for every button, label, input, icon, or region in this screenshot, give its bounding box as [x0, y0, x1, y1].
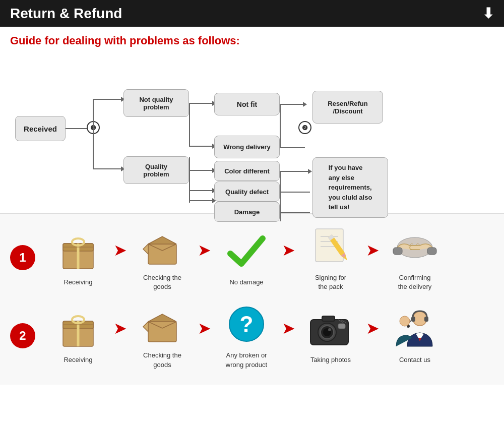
checking-icon-2: [137, 301, 187, 347]
v-line-down: [93, 129, 94, 169]
step-1-badge: 1: [10, 245, 35, 270]
svg-rect-39: [322, 316, 335, 321]
color-different-box: Color different: [214, 161, 280, 181]
down-arrow-icon: ⬇: [482, 5, 494, 22]
step-1-2: Checking the goods: [130, 224, 195, 291]
resen-refund-box: Resen/Refun /Discount: [312, 91, 383, 124]
svg-rect-43: [411, 317, 415, 322]
step-2-3: ? Any broken or wrong product: [214, 301, 279, 369]
no-damage-icon: [221, 228, 272, 274]
wrong-delivery-box: Wrong delivery: [214, 136, 280, 158]
flowchart: Received ❸ Not quality problem Quality p…: [10, 56, 494, 203]
confirming-icon: [390, 224, 440, 269]
step-1-4-label: Signing for the pack: [315, 273, 346, 291]
v-nq-wd: [189, 103, 190, 146]
arrow-1-4: ➤: [366, 240, 380, 260]
step-1-3-label: No damage: [229, 278, 263, 287]
svg-marker-6: [148, 236, 176, 244]
signing-icon: [305, 224, 356, 269]
step-1-5-label: Confirming the delivery: [398, 273, 431, 291]
step-2-1-label: Receiving: [64, 355, 92, 365]
svg-point-37: [328, 328, 331, 331]
step-2-2: Checking the goods: [130, 301, 195, 369]
svg-rect-5: [148, 244, 176, 264]
process-section: 1 Receiving ➤: [0, 213, 504, 385]
checking-icon-1: [137, 224, 187, 269]
process-row-2: 2 Receiving ➤: [10, 301, 494, 369]
process-row-1: 1 Receiving ➤: [10, 224, 494, 291]
if-you-have-box: If you have any else requirements, you c…: [312, 157, 388, 218]
quality-defect-box: Quality defect: [214, 181, 280, 202]
arrow-2-4: ➤: [366, 319, 380, 338]
h-nf-rr: [280, 104, 305, 105]
step-2-5-label: Contact us: [399, 355, 430, 365]
receiving-icon-2: [53, 306, 103, 351]
h-cd-ifhave: [280, 171, 310, 172]
step-1-1: Receiving: [45, 228, 111, 287]
h-dm-ifhave: [280, 212, 310, 213]
step-1-1-label: Receiving: [64, 278, 92, 287]
damage-box: Damage: [214, 202, 280, 222]
page-title: Return & Refund: [10, 6, 122, 22]
arrow-1-1: ➤: [113, 240, 127, 260]
badge2: ❷: [298, 121, 311, 134]
arrow-ifhave: [308, 169, 312, 174]
header: Return & Refund ⬇: [0, 0, 504, 27]
step-1-5: Confirming the delivery: [382, 224, 448, 291]
receiving-icon-1: [53, 228, 103, 274]
received-box: Received: [15, 116, 66, 141]
arrow-rr: [303, 102, 307, 107]
svg-point-46: [400, 316, 410, 326]
arrow-2-1: ➤: [113, 319, 127, 338]
camera-icon: [305, 306, 356, 351]
h-line-qp: [93, 168, 123, 169]
not-quality-box: Not quality problem: [123, 89, 189, 117]
svg-rect-20: [427, 248, 436, 255]
step-1-4: Signing for the pack: [298, 224, 363, 291]
v-rr: [280, 104, 281, 147]
v-qp: [189, 157, 190, 203]
svg-rect-44: [424, 317, 428, 322]
step-2-5: Contact us: [382, 306, 448, 365]
svg-marker-27: [148, 314, 176, 322]
step-2-4: Taking photos: [298, 306, 363, 365]
v-ifhave: [280, 171, 281, 221]
arrow-2-2: ➤: [198, 319, 211, 338]
quality-problem-box: Quality problem: [123, 156, 189, 184]
step-2-2-label: Checking the goods: [143, 351, 181, 369]
h-qp-cd: [189, 170, 214, 171]
guide-title: Guide for dealing with problems as follo…: [10, 34, 494, 47]
step-2-4-label: Taking photos: [310, 355, 351, 365]
arrow-1-3: ➤: [282, 240, 295, 260]
h-line-nqp: [93, 99, 123, 100]
step-2-badge: 2: [10, 323, 35, 348]
svg-rect-26: [148, 322, 176, 342]
h-qd-ifhave: [280, 192, 310, 193]
svg-rect-38: [338, 324, 345, 329]
svg-rect-19: [393, 248, 402, 255]
svg-marker-9: [143, 244, 148, 254]
contact-icon: [390, 306, 440, 351]
h-qp-qd: [189, 190, 214, 191]
arrow-2-3: ➤: [282, 319, 295, 338]
step-1-2-label: Checking the goods: [143, 273, 181, 291]
broken-icon: ?: [221, 301, 272, 347]
h-nq-nf: [189, 103, 214, 104]
not-fit-box: Not fit: [214, 93, 280, 115]
h-nq-wd: [189, 146, 214, 147]
step-2-3-label: Any broken or wrong product: [226, 351, 267, 369]
guide-section: Guide for dealing with problems as follo…: [0, 27, 504, 213]
v-line-up: [93, 99, 94, 129]
svg-marker-30: [143, 322, 148, 332]
h-wd-rr: [280, 147, 305, 148]
arrow-1-2: ➤: [198, 240, 211, 260]
step-2-1: Receiving: [45, 306, 111, 365]
step-1-3: No damage: [214, 228, 279, 287]
svg-text:?: ?: [240, 312, 254, 336]
h-qp-dm: [189, 200, 214, 201]
